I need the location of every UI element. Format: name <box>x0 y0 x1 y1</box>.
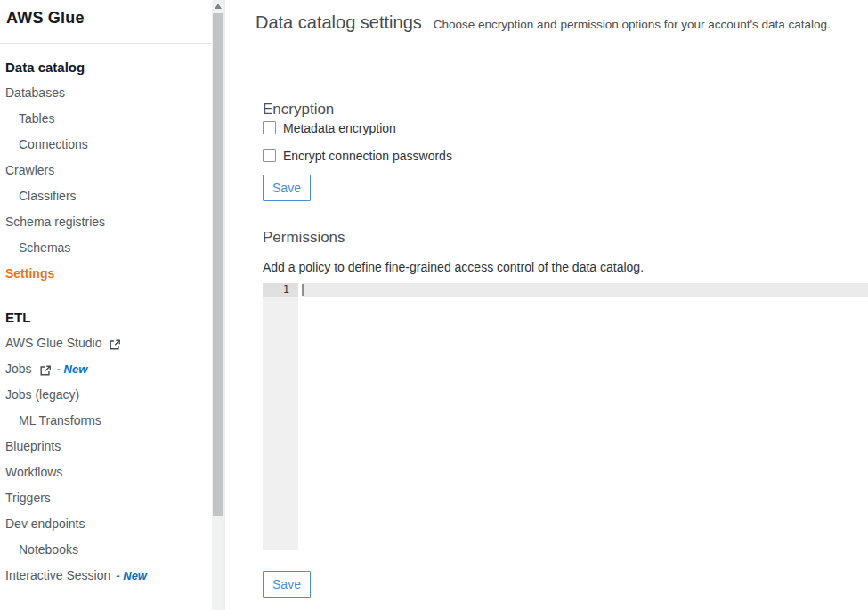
page-title: Data catalog settings <box>256 12 422 33</box>
sidebar-item-crawlers[interactable]: Crawlers <box>0 158 212 183</box>
metadata-encryption-checkbox[interactable] <box>263 121 276 134</box>
editor-gutter: 1 <box>263 283 298 550</box>
editor-line-number: 1 <box>263 283 298 297</box>
sidebar-item-settings[interactable]: Settings <box>0 261 212 287</box>
sidebar-item-databases[interactable]: Databases <box>0 80 212 106</box>
sidebar-nav: Data catalog Databases Tables Connection… <box>0 44 212 589</box>
new-badge: - New <box>116 563 147 589</box>
encrypt-connection-passwords-row[interactable]: Encrypt connection passwords <box>263 148 452 163</box>
sidebar-item-jobs[interactable]: Jobs - New <box>0 356 212 382</box>
sidebar-item-classifiers[interactable]: Classifiers <box>0 183 212 209</box>
nav-section-etl: ETL <box>0 305 212 330</box>
sidebar-item-schemas[interactable]: Schemas <box>0 235 212 261</box>
sidebar-item-workflows[interactable]: Workflows <box>0 460 212 485</box>
sidebar-item-tables[interactable]: Tables <box>0 106 212 132</box>
app-title: AWS Glue <box>6 9 85 27</box>
sidebar: AWS Glue Data catalog Databases Tables C… <box>0 0 212 610</box>
page-subtitle: Choose encryption and permission options… <box>434 18 831 31</box>
checkbox-label[interactable]: Metadata encryption <box>283 121 396 135</box>
encryption-heading: Encryption <box>263 101 334 118</box>
save-permissions-button[interactable]: Save <box>263 571 311 598</box>
checkbox-label[interactable]: Encrypt connection passwords <box>283 149 452 163</box>
sidebar-item-aws-glue-studio[interactable]: AWS Glue Studio <box>0 330 212 356</box>
sidebar-item-schema-registries[interactable]: Schema registries <box>0 209 212 235</box>
sidebar-scrollbar[interactable] <box>212 0 225 610</box>
sidebar-item-triggers[interactable]: Triggers <box>0 485 212 511</box>
metadata-encryption-row[interactable]: Metadata encryption <box>263 120 396 135</box>
external-link-icon <box>39 364 52 377</box>
save-encryption-button[interactable]: Save <box>263 175 311 201</box>
permissions-description: Add a policy to define fine-grained acce… <box>263 260 644 274</box>
page-header: Data catalog settings Choose encryption … <box>256 12 831 33</box>
new-badge: - New <box>57 356 88 382</box>
editor-cursor <box>302 284 304 296</box>
sidebar-item-interactive-session[interactable]: Interactive Session - New <box>0 563 212 589</box>
sidebar-item-jobs-legacy[interactable]: Jobs (legacy) <box>0 382 212 408</box>
nav-section-data-catalog: Data catalog <box>0 54 212 80</box>
sidebar-item-blueprints[interactable]: Blueprints <box>0 434 212 460</box>
editor-active-line <box>302 283 868 297</box>
encrypt-connection-passwords-checkbox[interactable] <box>263 149 276 162</box>
sidebar-item-ml-transforms[interactable]: ML Transforms <box>0 408 212 434</box>
external-link-icon <box>109 338 121 351</box>
policy-editor[interactable]: 1 <box>263 283 868 550</box>
scrollbar-thumb[interactable] <box>213 13 223 516</box>
sidebar-header: AWS Glue <box>0 0 212 44</box>
sidebar-item-connections[interactable]: Connections <box>0 132 212 158</box>
sidebar-item-dev-endpoints[interactable]: Dev endpoints <box>0 511 212 537</box>
permissions-heading: Permissions <box>263 229 345 247</box>
scroll-up-arrow-icon[interactable] <box>215 4 222 9</box>
sidebar-item-notebooks[interactable]: Notebooks <box>0 537 212 563</box>
